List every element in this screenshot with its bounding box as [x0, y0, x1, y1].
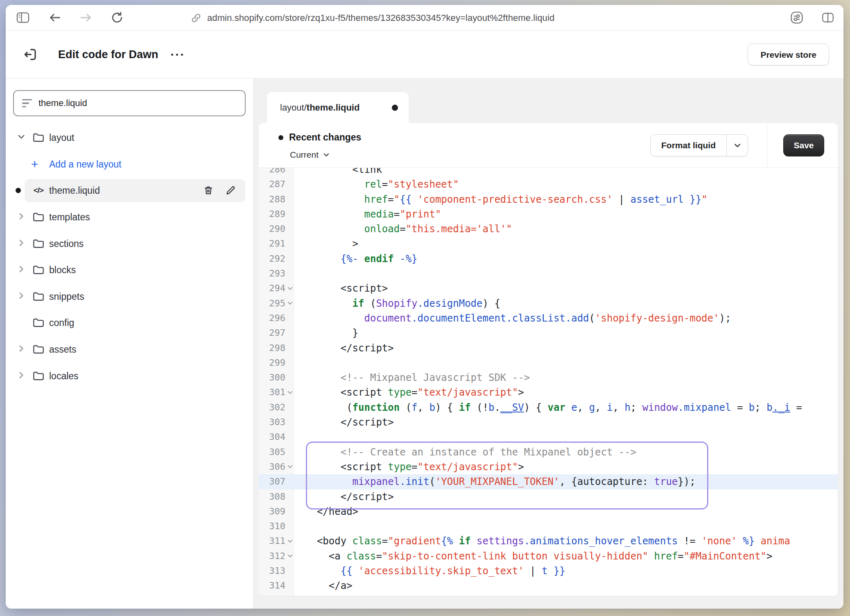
code-line-content[interactable]: <link [294, 168, 838, 177]
version-dropdown[interactable]: Current [290, 150, 330, 160]
code-line-content[interactable]: document.documentElement.classList.add('… [294, 311, 838, 326]
file-search-box[interactable] [13, 90, 246, 116]
code-line-308[interactable]: 308 </script> [259, 489, 838, 504]
code-line-content[interactable]: <!-- Mixpanel Javascript SDK --> [294, 370, 838, 385]
forward-icon[interactable] [78, 9, 94, 26]
preview-store-button[interactable]: Preview store [748, 44, 829, 66]
code-line-297[interactable]: 297 } [259, 326, 838, 340]
fold-toggle-icon[interactable] [287, 281, 293, 296]
back-icon[interactable] [47, 9, 63, 26]
sidebar-item-templates[interactable]: templates [6, 204, 253, 231]
code-line-content[interactable]: if (Shopify.designMode) { [294, 296, 838, 311]
code-line-291[interactable]: 291 > [259, 236, 838, 251]
code-line-303[interactable]: 303 </script> [259, 415, 838, 430]
code-line-301[interactable]: 301 <script type="text/javascript"> [259, 385, 838, 400]
sidebar-item-locales[interactable]: locales [6, 362, 253, 389]
code-line-288[interactable]: 288 href="{{ 'component-predictive-searc… [259, 192, 838, 207]
code-line-298[interactable]: 298 </script> [259, 341, 838, 356]
code-line-content[interactable]: mixpanel.init('YOUR_MIXPANEL_TOKEN', {au… [294, 474, 838, 489]
exit-editor-button[interactable] [21, 45, 39, 63]
code-line-304[interactable]: 304 [259, 430, 838, 444]
page-settings-icon[interactable] [789, 9, 805, 26]
code-line-300[interactable]: 300 <!-- Mixpanel Javascript SDK --> [259, 370, 838, 385]
rename-file-button[interactable] [223, 183, 238, 198]
code-line-296[interactable]: 296 document.documentElement.classList.a… [259, 311, 838, 326]
code-line-content[interactable]: <script type="text/javascript"> [294, 460, 838, 474]
fold-toggle-icon[interactable] [287, 385, 293, 400]
code-line-299[interactable]: 299 [259, 356, 838, 370]
code-line-314[interactable]: 314 </a> [259, 578, 838, 593]
chevron-right-icon[interactable] [17, 371, 25, 381]
code-line-content[interactable]: {{ 'accessibility.skip_to_text' | t }} [294, 564, 838, 578]
save-button[interactable]: Save [783, 134, 824, 156]
address-bar[interactable]: admin.shopify.com/store/rzq1xu-f5/themes… [191, 5, 554, 31]
code-line-312[interactable]: 312 <a class="skip-to-content-link butto… [259, 549, 838, 564]
chevron-right-icon[interactable] [17, 212, 25, 222]
code-line-content[interactable]: </a> [294, 578, 838, 593]
chevron-right-icon[interactable] [17, 239, 25, 249]
fold-toggle-icon[interactable] [287, 296, 293, 311]
code-line-292[interactable]: 292 {%- endif -%} [259, 251, 838, 266]
code-line-content[interactable]: media="print" [294, 207, 838, 222]
code-line-content[interactable]: <script type="text/javascript"> [294, 385, 838, 400]
code-line-content[interactable]: > [294, 236, 838, 251]
sidebar-item-snippets[interactable]: snippets [6, 283, 253, 310]
code-line-content[interactable]: <!-- Create an instance of the Mixpanel … [294, 445, 838, 460]
chevron-right-icon[interactable] [17, 344, 25, 354]
tab-theme-liquid[interactable]: layout/theme.liquid [267, 92, 409, 123]
fold-toggle-icon[interactable] [287, 460, 293, 474]
chevron-down-icon[interactable] [17, 133, 25, 143]
code-line-302[interactable]: 302 (function (f, b) { if (!b.__SV) { va… [259, 400, 838, 415]
code-line-295[interactable]: 295 if (Shopify.designMode) { [259, 296, 838, 311]
code-line-311[interactable]: 311 <body class="gradient{% if settings.… [259, 534, 838, 548]
sidebar-toggle-icon[interactable] [15, 9, 31, 26]
code-line-290[interactable]: 290 onload="this.media='all'" [259, 222, 838, 236]
sidebar-item-blocks[interactable]: blocks [6, 257, 253, 283]
code-line-286[interactable]: 286 <link [259, 168, 838, 177]
sidebar-item-sections[interactable]: sections [6, 230, 253, 257]
format-liquid-button[interactable]: Format liquid [651, 135, 726, 156]
code-line-content[interactable]: </script> [294, 489, 838, 504]
code-line-content[interactable] [294, 356, 838, 370]
code-line-313[interactable]: 313 {{ 'accessibility.skip_to_text' | t … [259, 564, 838, 578]
format-options-dropdown[interactable] [726, 135, 748, 156]
reload-icon[interactable] [109, 9, 125, 26]
code-line-307[interactable]: 307 mixpanel.init('YOUR_MIXPANEL_TOKEN',… [259, 474, 838, 489]
code-line-content[interactable]: </head> [294, 504, 838, 519]
fold-toggle-icon[interactable] [287, 534, 293, 548]
code-line-310[interactable]: 310 [259, 519, 838, 534]
sidebar-item-layout[interactable]: layout [6, 125, 253, 151]
code-line-content[interactable] [294, 430, 838, 444]
code-line-294[interactable]: 294 <script> [259, 281, 838, 296]
code-line-content[interactable]: <body class="gradient{% if settings.anim… [294, 534, 838, 548]
code-line-content[interactable]: </script> [294, 341, 838, 356]
split-view-icon[interactable] [820, 9, 836, 26]
file-search-input[interactable] [38, 98, 237, 109]
code-line-306[interactable]: 306 <script type="text/javascript"> [259, 460, 838, 474]
sidebar-item-assets[interactable]: assets [6, 336, 253, 363]
code-line-309[interactable]: 309 </head> [259, 504, 838, 519]
more-actions-button[interactable] [167, 47, 187, 62]
code-line-content[interactable] [294, 266, 838, 281]
code-line-content[interactable]: </script> [294, 415, 838, 430]
code-line-content[interactable]: } [294, 326, 838, 340]
code-line-content[interactable]: rel="stylesheet" [294, 177, 838, 192]
code-line-content[interactable]: (function (f, b) { if (!b.__SV) { var e,… [294, 400, 838, 415]
chevron-right-icon[interactable] [17, 265, 25, 275]
sidebar-item-config[interactable]: config [6, 310, 253, 336]
code-editor[interactable]: 286 <link287 rel="stylesheet"288 href="{… [259, 168, 838, 596]
code-line-287[interactable]: 287 rel="stylesheet" [259, 177, 838, 192]
sidebar-item-theme.liquid[interactable]: </>theme.liquid [6, 177, 253, 204]
code-line-305[interactable]: 305 <!-- Create an instance of the Mixpa… [259, 445, 838, 460]
code-line-content[interactable] [294, 519, 838, 534]
sidebar-item-add-a-new-layout[interactable]: +Add a new layout [6, 151, 253, 178]
code-line-content[interactable]: onload="this.media='all'" [294, 222, 838, 236]
code-line-content[interactable]: {%- endif -%} [294, 251, 838, 266]
code-line-content[interactable]: <script> [294, 281, 838, 296]
code-line-content[interactable]: <a class="skip-to-content-link button vi… [294, 549, 838, 564]
code-line-293[interactable]: 293 [259, 266, 838, 281]
delete-file-button[interactable] [201, 183, 216, 198]
chevron-right-icon[interactable] [17, 292, 25, 301]
code-line-content[interactable]: href="{{ 'component-predictive-search.cs… [294, 192, 838, 207]
code-line-289[interactable]: 289 media="print" [259, 207, 838, 222]
